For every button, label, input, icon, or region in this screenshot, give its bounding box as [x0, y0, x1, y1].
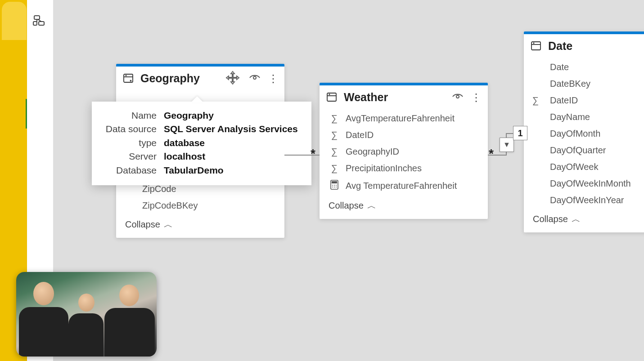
field-label: DateID	[346, 130, 374, 140]
collapse-label: Collapse	[533, 214, 568, 224]
tooltip-database-label: Database	[103, 164, 157, 177]
more-options-icon[interactable]: ⋮	[471, 91, 482, 104]
webcam-overlay	[16, 272, 157, 357]
field-label: DateID	[550, 95, 578, 106]
field-label: DayOfMonth	[550, 129, 600, 139]
field-avgtemp[interactable]: ∑ AvgTemperatureFahrenheit	[320, 110, 488, 127]
relationship-one-cardinality: 1	[513, 126, 527, 140]
svg-point-24	[533, 42, 535, 44]
more-options-icon[interactable]: ⋮	[268, 73, 278, 84]
field-dateid[interactable]: ∑ DateID	[524, 92, 644, 109]
relationship-many-star: *	[311, 147, 315, 161]
tooltip-datasource-value-2: database	[164, 136, 205, 150]
table-header[interactable]: Weather ⋮	[320, 85, 488, 110]
field-list: Date DateBKey ∑ DateID DayName DayOfMont…	[524, 59, 644, 209]
collapse-button[interactable]: Collapse ︿	[320, 195, 488, 219]
field-dayofweek[interactable]: DayOfWeek	[524, 159, 644, 175]
chevron-up-icon: ︿	[367, 200, 376, 212]
tooltip-datasource-label-1: Data source	[103, 122, 157, 136]
field-label: AvgTemperatureFahrenheit	[346, 113, 455, 124]
chevron-up-icon: ︿	[164, 218, 173, 231]
collapse-button[interactable]: Collapse ︿	[524, 209, 644, 232]
yellow-tab	[2, 2, 27, 40]
tooltip-server-label: Server	[103, 150, 157, 163]
table-title: Weather	[344, 91, 446, 104]
svg-point-8	[126, 75, 127, 76]
collapse-label: Collapse	[329, 201, 364, 211]
svg-rect-1	[39, 22, 44, 25]
relationship-line[interactable]	[506, 133, 513, 134]
svg-rect-2	[33, 22, 37, 25]
field-dayofweekinyear[interactable]: DayOfWeekInYear	[524, 192, 644, 209]
sigma-icon: ∑	[329, 113, 340, 124]
field-dayofmonth[interactable]: DayOfMonth	[524, 125, 644, 142]
sigma-icon: ∑	[329, 163, 340, 174]
svg-point-13	[456, 95, 459, 98]
field-avgtemp-measure[interactable]: Avg TemperatureFahrenheit	[320, 177, 488, 195]
tooltip-arrow	[191, 96, 203, 103]
tooltip-datasource-label-2: type	[103, 136, 157, 150]
field-label: ZipCodeBKey	[142, 201, 198, 211]
field-label: Date	[550, 62, 569, 72]
relationship-many-star: *	[489, 147, 494, 161]
svg-point-9	[253, 76, 256, 79]
visibility-icon[interactable]	[452, 93, 464, 103]
field-label: GeographyID	[346, 147, 399, 157]
field-dateid[interactable]: ∑ DateID	[320, 127, 488, 143]
field-dayofweekinmonth[interactable]: DayOfWeekInMonth	[524, 175, 644, 192]
table-header[interactable]: Date	[524, 34, 644, 59]
field-precipitation[interactable]: ∑ PrecipitationInches	[320, 160, 488, 177]
field-label: DayOfWeekInYear	[550, 195, 624, 205]
svg-rect-0	[34, 16, 40, 19]
sigma-icon: ∑	[329, 130, 340, 140]
tooltip-name-value: Geography	[164, 109, 214, 122]
svg-point-17	[334, 185, 335, 186]
field-label: DayName	[550, 112, 590, 122]
table-title: Date	[548, 40, 644, 53]
chevron-down-icon: ▼	[503, 141, 510, 149]
svg-rect-22	[531, 42, 540, 50]
tooltip-datasource-value-1: SQL Server Analysis Services	[164, 122, 298, 136]
field-dayofquarter[interactable]: DayOfQuarter	[524, 142, 644, 159]
svg-rect-15	[332, 181, 337, 183]
sigma-icon: ∑	[527, 95, 545, 106]
field-geographyid[interactable]: ∑ GeographyID	[320, 143, 488, 160]
field-datebkey[interactable]: DateBKey	[524, 76, 644, 92]
field-label: DateBKey	[550, 79, 590, 89]
visibility-icon[interactable]	[249, 74, 261, 84]
svg-point-12	[329, 94, 330, 95]
calculator-icon	[329, 180, 340, 192]
collapse-button[interactable]: Collapse ︿	[116, 214, 284, 238]
svg-point-21	[336, 187, 337, 187]
tooltip-name-label: Name	[103, 109, 157, 122]
svg-rect-10	[327, 93, 336, 101]
tooltip-server-value: localhost	[164, 150, 205, 163]
field-label: ZipCode	[142, 184, 176, 194]
tooltip-database-value: TabularDemo	[164, 164, 224, 177]
table-icon	[122, 72, 135, 85]
field-label: DayOfWeekInMonth	[550, 178, 631, 189]
field-label: DayOfWeek	[550, 162, 598, 172]
svg-point-20	[334, 187, 335, 187]
field-label: PrecipitationInches	[346, 163, 422, 174]
relationship-filter-direction-icon[interactable]: ▼	[500, 138, 514, 152]
table-icon	[530, 40, 543, 53]
field-list: ∑ AvgTemperatureFahrenheit ∑ DateID ∑ Ge…	[320, 110, 488, 195]
cardinality-one-label: 1	[518, 128, 522, 138]
svg-point-19	[332, 187, 333, 187]
field-dayname[interactable]: DayName	[524, 109, 644, 125]
field-zipcodebkey[interactable]: ZipCodeBKey	[116, 197, 284, 214]
chevron-up-icon: ︿	[572, 213, 581, 225]
table-title: Geography	[140, 72, 243, 85]
field-label: DayOfQuarter	[550, 145, 606, 156]
collapse-label: Collapse	[125, 219, 160, 230]
field-date[interactable]: Date	[524, 59, 644, 76]
svg-point-18	[336, 185, 337, 186]
model-view-icon[interactable]	[32, 13, 48, 29]
svg-point-16	[332, 185, 333, 186]
table-card-date[interactable]: Date Date DateBKey ∑ DateID DayName DayO…	[524, 31, 644, 232]
table-icon	[326, 91, 338, 104]
table-card-weather[interactable]: Weather ⋮ ∑ AvgTemperatureFahrenheit ∑ D…	[320, 83, 488, 219]
table-info-tooltip: Name Geography Data source SQL Server An…	[92, 102, 311, 185]
table-header[interactable]: Geography ⋮	[116, 67, 284, 91]
